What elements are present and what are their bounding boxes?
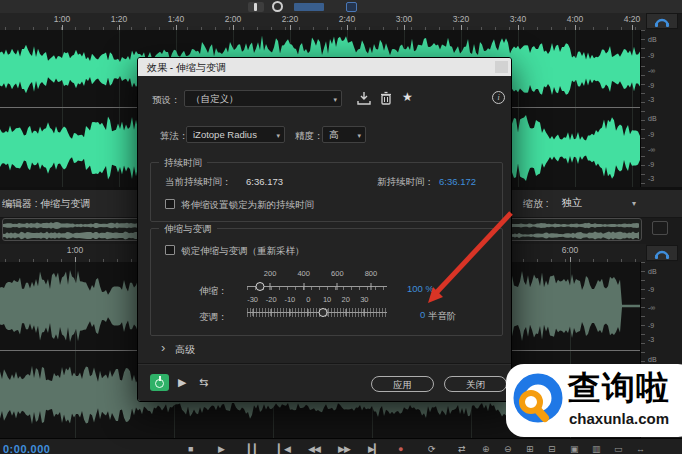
advanced-section-toggle[interactable]: › 高级 [138, 342, 511, 356]
stretch-label: 伸缩： [199, 285, 228, 298]
db-label: -∞ [648, 67, 655, 75]
shuttle-icon[interactable]: ⇄ [458, 444, 465, 454]
precision-label: 精度： [295, 130, 324, 143]
lock-stretch-pitch-checkbox[interactable] [165, 245, 175, 255]
skip-to-start-icon[interactable]: ▎◀ [278, 444, 290, 454]
lock-duration-checkbox-label: 将伸缩设置锁定为新的持续时间 [181, 199, 314, 212]
top-ruler[interactable]: 1:001:201:402:002:202:403:003:203:404:00… [0, 13, 646, 31]
watermark-url: chaxunla.com [569, 410, 669, 427]
stretch-pitch-dialog: 效果 - 伸缩与变调 预设： （自定义） ▾ ★ i 算法： iZotope R… [137, 57, 512, 402]
zoom-out-horizontal-icon[interactable]: ⊟ [548, 444, 556, 454]
ruler-label: 2:00 [225, 14, 242, 24]
zoom-in-horizontal-icon[interactable]: ⊞ [526, 444, 534, 454]
overview-tool-icon [652, 221, 668, 235]
loop-icon[interactable]: ⟳ [428, 444, 435, 454]
db-label: -9 [648, 131, 654, 139]
rewind-icon[interactable]: ◀◀ [308, 444, 320, 454]
zoom-selection-icon[interactable]: ▣ [570, 444, 579, 454]
dialog-titlebar[interactable]: 效果 - 伸缩与变调 [138, 58, 511, 76]
zoom-full-icon[interactable]: ↔ [636, 444, 645, 454]
preset-label: 预设： [152, 94, 181, 107]
slider-minor-ticks [247, 287, 387, 290]
lock-duration-checkbox[interactable] [165, 199, 175, 209]
favorite-star-icon[interactable]: ★ [402, 90, 413, 104]
db-label: -3 [648, 175, 654, 183]
transport-icons: ■▶▎▎▎◀◀◀▶▶▶▎●⟳⇄ [188, 444, 488, 454]
chevron-down-icon: ▾ [333, 92, 337, 107]
chevron-down-icon: ▾ [357, 128, 361, 143]
db-label: dB [648, 36, 657, 44]
db-label: dB [648, 356, 657, 364]
ruler-label: 2:40 [339, 14, 356, 24]
close-icon[interactable] [495, 61, 508, 73]
slider-tick-label: 800 [365, 269, 378, 278]
db-label: -9 [648, 52, 654, 60]
ruler-label: 4:20 [624, 14, 641, 24]
db-label: dB [648, 268, 657, 276]
pitch-unit: 半音阶 [428, 310, 457, 323]
ruler-label: 3:40 [510, 14, 527, 24]
pitch-slider[interactable]: -30-20-100102030 [247, 295, 387, 325]
zoom-out-vertical-icon[interactable]: ▭ [614, 444, 623, 454]
preset-value: （自定义） [191, 93, 239, 104]
stretch-pitch-group-title: 伸缩与变调 [159, 223, 217, 236]
zoom-icons: ⊕⊖⊞⊟▣▥▭↔ [482, 444, 672, 454]
stretch-slider-knob[interactable] [255, 282, 264, 291]
duration-group: 持续时间 当前持续时间： 6:36.173 新持续时间： 6:36.172 将伸… [150, 162, 503, 222]
algorithm-dropdown[interactable]: iZotope Radius ▾ [186, 126, 285, 143]
play-icon[interactable]: ▶ [218, 444, 224, 454]
time-display[interactable]: 0:00.000 [3, 443, 50, 454]
record-icon[interactable]: ● [398, 444, 402, 454]
fast-forward-icon[interactable]: ▶▶ [338, 444, 350, 454]
dialog-body: 预设： （自定义） ▾ ★ i 算法： iZotope Radius ▾ 精度：… [138, 76, 511, 401]
save-preset-icon[interactable] [356, 90, 372, 106]
info-icon[interactable]: i [492, 91, 505, 104]
slider-tick-label: 30 [360, 295, 368, 304]
zoom-out-icon[interactable]: ⊖ [504, 444, 512, 454]
toolbar-remnant-time-value [294, 3, 324, 11]
precision-dropdown[interactable]: 高 ▾ [322, 126, 366, 143]
slider-tick [270, 283, 271, 290]
chevron-down-icon: ▾ [276, 128, 280, 143]
ruler-label: 6:00 [562, 245, 579, 255]
zoom-in-vertical-icon[interactable]: ▥ [592, 444, 601, 454]
stretch-value[interactable]: 100 % [407, 283, 434, 294]
current-duration-label: 当前持续时间： [165, 176, 232, 189]
ruler-label: 4:00 [567, 14, 584, 24]
monitor-button-lower[interactable] [646, 245, 678, 261]
dialog-title: 效果 - 伸缩与变调 [147, 61, 226, 75]
ruler-label: 1:20 [111, 14, 128, 24]
delete-preset-icon[interactable] [378, 90, 394, 106]
effect-power-toggle[interactable] [150, 374, 169, 391]
db-label: -∞ [648, 146, 655, 154]
chevron-down-icon: ▾ [632, 195, 636, 213]
ruler-label: 3:20 [453, 14, 470, 24]
stretch-pitch-group: 伸缩与变调 锁定伸缩与变调（重新采样） 伸缩： 200400600800 100… [150, 228, 503, 336]
zoom-in-icon[interactable]: ⊕ [482, 444, 490, 454]
apply-button[interactable]: 应用 [371, 376, 434, 392]
transport-bar: 0:00.000 ■▶▎▎▎◀◀◀▶▶▶▎●⟳⇄ ⊕⊖⊞⊟▣▥▭↔ [0, 438, 682, 454]
pitch-value[interactable]: 0 [420, 309, 425, 320]
close-button[interactable]: 关闭 [444, 376, 507, 392]
duration-group-title: 持续时间 [159, 157, 207, 170]
db-ruler-top: dB-9-∞-9-3dB-9-∞-9-3 [640, 30, 682, 187]
toolbar-remnant-icon [346, 2, 357, 12]
skip-to-end-icon[interactable]: ▶▎ [368, 444, 380, 454]
ruler-label: 1:40 [168, 14, 185, 24]
precision-value: 高 [329, 129, 339, 140]
preview-loop-icon[interactable]: ⇆ [199, 375, 208, 389]
monitor-button-top[interactable] [646, 13, 678, 29]
preview-play-icon[interactable]: ▶ [178, 375, 186, 389]
stop-icon[interactable]: ■ [188, 444, 192, 454]
lock-stretch-pitch-checkbox-label: 锁定伸缩与变调（重新采样） [181, 245, 305, 258]
new-duration-value[interactable]: 6:36.172 [439, 176, 476, 187]
slider-tick [364, 309, 365, 316]
pause-icon[interactable]: ▎▎ [248, 444, 260, 454]
dialog-footer-divider [138, 363, 511, 365]
slider-tick [327, 309, 328, 316]
slider-tick-label: 0 [306, 295, 310, 304]
zoom-mode-dropdown[interactable]: 独立 ▾ [556, 194, 642, 212]
slider-tick-label: -20 [266, 295, 277, 304]
preset-dropdown[interactable]: （自定义） ▾ [184, 90, 342, 107]
db-label: -3 [648, 96, 654, 104]
